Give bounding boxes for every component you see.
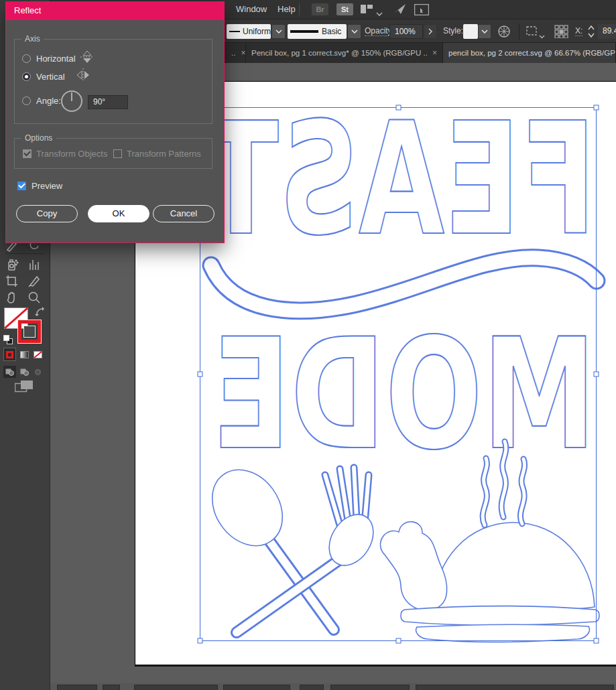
status-bar <box>50 683 616 690</box>
artwork-plate[interactable] <box>401 606 599 642</box>
workspace-switcher-icon[interactable] <box>361 4 373 17</box>
draw-behind-button[interactable] <box>18 366 31 378</box>
style-label: Style: <box>443 27 463 36</box>
draw-inside-button[interactable] <box>32 366 44 378</box>
artboard-tool-icon[interactable] <box>4 273 20 289</box>
tab-label: Pencil box, pg 1 correct.svg* @ 150% (RG… <box>251 49 427 57</box>
reflect-dialog: Reflect Axis Horizontal Vertical Angle: … <box>5 1 225 243</box>
x-coordinate-label[interactable]: X: <box>575 27 582 36</box>
style-chevron[interactable] <box>478 24 491 39</box>
reflect-vertical-icon <box>74 68 92 84</box>
gradient-mode-button[interactable] <box>18 348 31 361</box>
status-field[interactable] <box>330 685 410 690</box>
nav-arrows[interactable] <box>300 685 324 690</box>
axis-group-legend: Axis <box>21 34 44 44</box>
angle-label: Angle: <box>36 96 61 106</box>
illustrator-window: Window Help Br St Uniform Basic <box>0 0 616 690</box>
bridge-button[interactable]: Br <box>312 3 328 15</box>
options-group-legend: Options <box>21 133 56 143</box>
hand-tool-icon[interactable] <box>4 289 20 305</box>
workspace-chevron-icon[interactable] <box>376 7 383 19</box>
zoom-level-field[interactable] <box>57 685 97 690</box>
opacity-expand-arrow[interactable] <box>424 24 437 39</box>
menu-help[interactable]: Help <box>272 0 301 19</box>
controlbar-separator <box>519 23 519 40</box>
tab-label: .. <box>231 49 235 57</box>
artboard-dropdown[interactable] <box>223 685 290 690</box>
angle-input[interactable]: 90° <box>88 95 128 109</box>
stroke-profile-value: Uniform <box>243 27 271 36</box>
none-mode-button[interactable] <box>32 348 44 361</box>
x-coordinate-field[interactable]: 89.441 <box>598 24 616 39</box>
recolor-artwork-icon[interactable] <box>498 25 510 40</box>
opacity-field[interactable]: 100% <box>389 24 423 39</box>
transform-patterns-checkbox <box>113 149 122 158</box>
preview-checkbox[interactable] <box>17 182 26 190</box>
brush-stroke-icon <box>290 29 318 33</box>
artwork-drumstick[interactable] <box>380 522 446 610</box>
menu-window[interactable]: Window <box>231 0 272 19</box>
select-similar-icon[interactable] <box>526 26 538 40</box>
tab-label: pencil box, pg 2 correct.svg @ 66.67% (R… <box>448 49 615 57</box>
preview-label: Preview <box>32 181 62 191</box>
stock-button[interactable]: St <box>336 3 353 15</box>
document-tab-pg2-active[interactable]: pencil box, pg 2 correct.svg @ 66.67% (R… <box>443 43 616 63</box>
angle-dial-icon[interactable] <box>60 90 83 115</box>
draw-normal-button[interactable] <box>3 366 16 378</box>
status-readout[interactable] <box>416 685 614 690</box>
stroke-profile-line-icon <box>229 30 240 33</box>
share-icon[interactable] <box>393 4 406 17</box>
vertical-label: Vertical <box>36 72 65 82</box>
document-tab-pg1[interactable]: Pencil box, pg 1 correct.svg* @ 150% (RG… <box>246 43 443 63</box>
artwork-word-mode[interactable]: MODE <box>212 305 596 484</box>
stroke-profile-chevron[interactable] <box>271 24 286 39</box>
align-reference-grid-icon[interactable] <box>554 25 568 41</box>
brush-value: Basic <box>322 27 341 36</box>
artwork-word-feast[interactable]: FEAST <box>203 89 596 270</box>
graph-tool-icon[interactable] <box>26 257 42 273</box>
screen-mode-button[interactable] <box>15 381 34 395</box>
brush-dropdown[interactable]: Basic <box>288 24 347 39</box>
slice-tool-icon[interactable] <box>26 273 42 289</box>
ok-button[interactable]: OK <box>88 205 149 222</box>
zoom-dropdown[interactable] <box>103 685 120 690</box>
tab-close-icon[interactable]: × <box>432 48 437 58</box>
color-mode-button[interactable] <box>3 348 16 361</box>
dialog-title-bar[interactable]: Reflect <box>5 1 225 20</box>
cancel-button[interactable]: Cancel <box>153 205 214 222</box>
transform-objects-label: Transform Objects <box>36 149 107 159</box>
symbol-sprayer-tool-icon[interactable] <box>4 257 20 273</box>
horizontal-radio[interactable] <box>22 54 31 63</box>
document-tab-overflow[interactable]: .. × <box>226 43 246 63</box>
x-stepper[interactable] <box>587 25 595 41</box>
svg-text:MODE: MODE <box>212 305 596 484</box>
zoom-tool-icon[interactable] <box>26 289 42 305</box>
horizontal-label: Horizontal <box>36 54 76 64</box>
menubar-separator <box>299 3 300 15</box>
select-similar-chevron[interactable] <box>539 29 545 42</box>
copy-button[interactable]: Copy <box>16 205 78 222</box>
tool-divider <box>5 253 44 254</box>
default-fill-stroke-icon[interactable] <box>3 335 13 348</box>
vertical-radio[interactable] <box>22 72 31 81</box>
reflect-horizontal-icon <box>80 50 95 66</box>
discover-hand-icon[interactable] <box>414 4 429 18</box>
angle-radio[interactable] <box>22 96 31 105</box>
svg-text:FEAST: FEAST <box>203 89 596 270</box>
tab-close-icon[interactable]: × <box>241 48 245 58</box>
transform-patterns-label: Transform Patterns <box>127 149 201 159</box>
artboard-navigation[interactable] <box>134 685 218 690</box>
style-swatch[interactable] <box>463 24 478 39</box>
stroke-profile-dropdown[interactable]: Uniform <box>227 24 271 39</box>
stroke-color-swatch[interactable] <box>17 320 42 346</box>
artwork-turkey-body[interactable] <box>433 523 595 611</box>
brush-chevron[interactable] <box>347 24 361 39</box>
swap-fill-stroke-icon[interactable] <box>35 307 46 320</box>
transform-objects-checkbox <box>23 149 32 158</box>
